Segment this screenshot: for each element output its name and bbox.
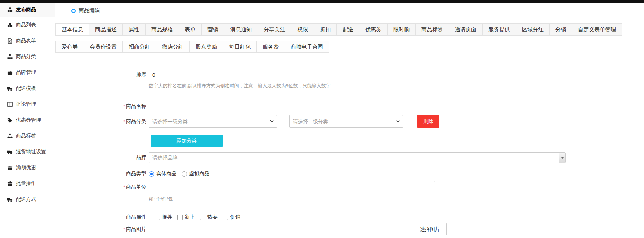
product-name-input[interactable] (149, 100, 573, 113)
tab-product-tags[interactable]: 商品标签 (416, 24, 449, 35)
header-divider (60, 17, 644, 17)
sidebar-item-full-discount[interactable]: 满额优惠 (0, 160, 55, 176)
sidebar-item-return-address[interactable]: 退货地址设置 (0, 144, 55, 160)
radio-label: 虚拟商品 (189, 171, 209, 177)
tab-distribution[interactable]: 分销 (550, 24, 572, 35)
checkbox-recommend[interactable] (155, 215, 160, 220)
tab-specs[interactable]: 商品规格 (146, 24, 179, 35)
checkbox-promo[interactable] (223, 215, 228, 220)
primary-tab-bar: 基本信息 商品描述 属性 商品规格 表单 营销 消息通知 分享关注 权限 折扣 … (55, 23, 622, 36)
tab-attributes[interactable]: 属性 (123, 24, 146, 35)
category-level1-select[interactable]: 请选择一级分类 (149, 115, 277, 128)
sidebar-item-batch-operation[interactable]: 批量操作 (0, 176, 55, 191)
tab-region-dividend[interactable]: 区域分红 (516, 24, 550, 35)
sidebar-item-label: 退货地址设置 (16, 149, 46, 155)
sidebar-item-publish-product[interactable]: 发布商品 (0, 3, 55, 17)
sidebar-item-label: 批量操作 (16, 180, 36, 187)
required-asterisk: * (123, 119, 125, 124)
file-form-icon (7, 38, 13, 44)
tab-share-follow[interactable]: 分享关注 (258, 24, 291, 35)
radio-physical-product[interactable] (149, 171, 154, 177)
required-asterisk: * (123, 103, 125, 109)
sitemap-icon (7, 54, 13, 60)
sidebar-item-comment-management[interactable]: 评论管理 (0, 96, 55, 112)
gift-icon (7, 165, 13, 171)
tab-mall-e-contract[interactable]: 商城电子合同 (285, 41, 329, 52)
required-asterisk: * (123, 184, 125, 190)
product-name-row: *商品名称 (55, 100, 573, 113)
tab-invite-page[interactable]: 邀请页面 (449, 24, 483, 35)
tab-investment-dividend[interactable]: 招商分红 (123, 41, 156, 52)
checkbox-label: 促销 (230, 214, 240, 220)
sidebar-item-delivery-template[interactable]: 配送模板 (0, 80, 55, 96)
checkbox-label: 热卖 (207, 214, 218, 220)
product-name-label: *商品名称 (55, 103, 146, 110)
required-asterisk: * (123, 226, 125, 232)
category-level2-select[interactable]: 请选择二级分类 (289, 115, 403, 128)
delete-category-button[interactable]: 删除 (417, 115, 439, 128)
tab-discount[interactable]: 折扣 (314, 24, 337, 35)
brand-select-wrap: 请选择品牌 (149, 152, 566, 163)
sidebar-item-label: 配送模板 (16, 85, 36, 92)
sidebar-item-product-form[interactable]: 商品表单 (0, 33, 55, 49)
brand-row: 品牌 请选择品牌 (55, 152, 566, 163)
tab-custom-form-management[interactable]: 自定义表单管理 (572, 24, 622, 35)
breadcrumb: 商品编辑 (71, 7, 100, 14)
add-category-button[interactable]: 添加分类 (151, 135, 223, 147)
product-image-row: *商品图片 选择图片 (55, 223, 447, 235)
product-type-label: 商品类型 (55, 171, 146, 177)
tab-basic-info[interactable]: 基本信息 (56, 24, 89, 35)
brand-select[interactable]: 请选择品牌 (149, 152, 566, 163)
sort-help-text: 数字大的排名在前,默认排序方式为创建时间，注意：输入最大数为9位数，只能输入数字 (149, 83, 331, 89)
tab-service-fee[interactable]: 服务费 (257, 41, 285, 52)
radio-label: 实体商品 (156, 171, 176, 177)
radio-virtual-product[interactable] (182, 171, 187, 177)
select-image-button[interactable]: 选择图片 (413, 223, 447, 235)
sidebar-item-label: 品牌管理 (16, 69, 36, 76)
sidebar-item-product-tags[interactable]: 商品标签 (0, 128, 55, 144)
briefcase-icon (7, 70, 13, 75)
product-unit-input[interactable] (149, 181, 435, 193)
sidebar-item-coupon-management[interactable]: 优惠券管理 (0, 112, 55, 128)
tab-form[interactable]: 表单 (179, 24, 202, 35)
checkbox-new[interactable] (177, 215, 183, 220)
tab-marketing[interactable]: 营销 (202, 24, 224, 35)
tab-permissions[interactable]: 权限 (291, 24, 314, 35)
product-attrs-label: 商品属性 (55, 214, 146, 220)
tab-member-price[interactable]: 会员价设置 (84, 41, 123, 52)
sidebar-item-label: 商品分类 (16, 53, 36, 60)
brand-label: 品牌 (55, 154, 146, 161)
circle-icon (71, 9, 76, 13)
sidebar-item-label: 满额优惠 (16, 164, 36, 171)
sidebar-item-brand-management[interactable]: 品牌管理 (0, 65, 55, 80)
product-category-row: *商品分类 请选择一级分类 请选择二级分类 删除 (55, 115, 439, 128)
truck-icon (7, 85, 13, 91)
tab-coupon[interactable]: 优惠券 (359, 24, 388, 35)
tab-service-provide[interactable]: 服务提供 (483, 24, 516, 35)
sitemap-icon (7, 133, 13, 139)
top-black-bar (0, 0, 644, 3)
sidebar-item-label: 商品列表 (16, 22, 36, 28)
tab-delivery[interactable]: 配送 (337, 24, 359, 35)
product-unit-label: *商品单位 (55, 184, 146, 190)
sidebar-item-product-list[interactable]: 商品列表 (0, 17, 55, 33)
product-image-input[interactable] (149, 223, 413, 235)
tab-love-coupon[interactable]: 爱心券 (56, 41, 84, 52)
sidebar-item-delivery-method[interactable]: 配送方式 (0, 191, 55, 207)
tab-description[interactable]: 商品描述 (89, 24, 123, 35)
unit-help-text: 如: 个/件/包 (149, 196, 173, 202)
sort-label: 排序 (55, 72, 146, 78)
checkbox-hot[interactable] (200, 215, 205, 220)
tags-icon (7, 117, 13, 123)
tab-microshop-dividend[interactable]: 微店分红 (156, 41, 190, 52)
page-title: 商品编辑 (79, 7, 100, 14)
truck-icon (7, 149, 13, 155)
sort-input[interactable] (149, 70, 573, 80)
tab-flash-sale[interactable]: 限时购 (388, 24, 416, 35)
product-image-label: *商品图片 (55, 226, 146, 233)
sidebar-item-product-category[interactable]: 商品分类 (0, 49, 55, 65)
tab-shareholder-reward[interactable]: 股东奖励 (190, 41, 223, 52)
tab-daily-redpacket[interactable]: 每日红包 (223, 41, 257, 52)
tab-notifications[interactable]: 消息通知 (224, 24, 258, 35)
sidebar-item-label: 发布商品 (16, 6, 36, 13)
